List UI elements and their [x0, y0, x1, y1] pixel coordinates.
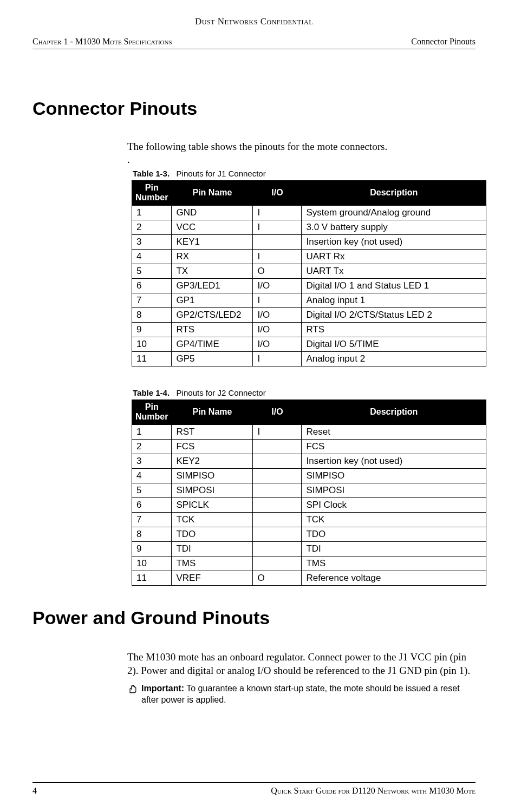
- cell-io: [253, 454, 302, 468]
- cell-num: 5: [132, 483, 172, 497]
- table-row: 1GNDISystem ground/Analog ground: [132, 205, 486, 220]
- table2-caption: Table 1-4. Pinouts for J2 Connector: [133, 388, 476, 397]
- th-description: Description: [302, 181, 486, 206]
- th-io: I/O: [253, 181, 302, 206]
- cell-name: FCS: [172, 439, 253, 454]
- th-description: Description: [302, 400, 486, 424]
- cell-io: I/O: [253, 278, 302, 293]
- cell-name: VREF: [172, 571, 253, 585]
- cell-num: 10: [132, 556, 172, 571]
- table-row: 5SIMPOSISIMPOSI: [132, 483, 486, 497]
- important-body: To guarantee a known start-up state, the…: [141, 684, 460, 704]
- table-row: 10TMSTMS: [132, 556, 486, 571]
- cell-name: KEY2: [172, 454, 253, 468]
- cell-desc: TDO: [302, 527, 486, 541]
- cell-name: TCK: [172, 512, 253, 527]
- cell-io: I: [253, 205, 302, 220]
- cell-num: 6: [132, 497, 172, 512]
- header-right: Connector Pinouts: [411, 37, 476, 47]
- cell-name: GND: [172, 205, 253, 220]
- confidential-banner: Dust Networks Confidential: [32, 16, 476, 27]
- table-row: 1RSTIReset: [132, 424, 486, 439]
- cell-name: GP5: [172, 351, 253, 366]
- cell-desc: Analog input 1: [302, 293, 486, 307]
- cell-name: TX: [172, 264, 253, 278]
- cell-desc: Digital I/O 1 and Status LED 1: [302, 278, 486, 293]
- cell-name: SPICLK: [172, 497, 253, 512]
- cell-num: 4: [132, 468, 172, 483]
- cell-io: [253, 468, 302, 483]
- table-row: 11VREFOReference voltage: [132, 571, 486, 585]
- cell-name: GP2/CTS/LED2: [172, 307, 253, 322]
- cell-io: [253, 234, 302, 249]
- table-row: 6SPICLKSPI Clock: [132, 497, 486, 512]
- important-text: Important: To guarantee a known start-up…: [141, 683, 476, 706]
- cell-desc: UART Tx: [302, 264, 486, 278]
- table1-caption: Table 1-3. Pinouts for J1 Connector: [133, 169, 476, 178]
- cell-num: 9: [132, 541, 172, 556]
- cell-desc: Reference voltage: [302, 571, 486, 585]
- cell-desc: SIMPISO: [302, 468, 486, 483]
- pinout-table-j1: Pin Number Pin Name I/O Description 1GND…: [132, 180, 486, 366]
- cell-name: VCC: [172, 220, 253, 234]
- cell-desc: Digital I/O 5/TIME: [302, 337, 486, 351]
- table1-caption-text: Pinouts for J1 Connector: [177, 169, 266, 178]
- intro-paragraph: The following table shows the pinouts fo…: [127, 141, 476, 153]
- cell-desc: FCS: [302, 439, 486, 454]
- cell-io: I: [253, 293, 302, 307]
- table2-label: Table 1-4.: [133, 388, 170, 397]
- cell-num: 7: [132, 293, 172, 307]
- cell-name: SIMPOSI: [172, 483, 253, 497]
- cell-desc: Analog input 2: [302, 351, 486, 366]
- cell-io: I/O: [253, 307, 302, 322]
- cell-io: O: [253, 264, 302, 278]
- cell-desc: System ground/Analog ground: [302, 205, 486, 220]
- cell-num: 7: [132, 512, 172, 527]
- dot: .: [127, 154, 476, 166]
- cell-desc: Digital I/O 2/CTS/Status LED 2: [302, 307, 486, 322]
- table-row: 8GP2/CTS/LED2I/ODigital I/O 2/CTS/Status…: [132, 307, 486, 322]
- important-label: Important:: [141, 684, 184, 693]
- table-row: 8TDOTDO: [132, 527, 486, 541]
- cell-desc: Insertion key (not used): [302, 454, 486, 468]
- header-left: Chapter 1 - M1030 Mote Specifications: [32, 37, 172, 47]
- th-pin-number: Pin Number: [132, 181, 172, 206]
- table1-label: Table 1-3.: [133, 169, 170, 178]
- cell-name: SIMPISO: [172, 468, 253, 483]
- cell-num: 6: [132, 278, 172, 293]
- cell-num: 3: [132, 454, 172, 468]
- cell-desc: 3.0 V battery supply: [302, 220, 486, 234]
- table-row: 7GP1IAnalog input 1: [132, 293, 486, 307]
- table-row: 2VCCI3.0 V battery supply: [132, 220, 486, 234]
- cell-num: 3: [132, 234, 172, 249]
- cell-desc: SPI Clock: [302, 497, 486, 512]
- th-pin-name: Pin Name: [172, 400, 253, 424]
- cell-io: I/O: [253, 337, 302, 351]
- table-row: 4SIMPISOSIMPISO: [132, 468, 486, 483]
- cell-desc: SIMPOSI: [302, 483, 486, 497]
- cell-name: GP1: [172, 293, 253, 307]
- cell-desc: Insertion key (not used): [302, 234, 486, 249]
- cell-io: I: [253, 351, 302, 366]
- cell-num: 5: [132, 264, 172, 278]
- table-row: 11GP5IAnalog input 2: [132, 351, 486, 366]
- cell-io: I: [253, 249, 302, 264]
- power-paragraph: The M1030 mote has an onboard regulator.…: [127, 650, 476, 678]
- cell-desc: TDI: [302, 541, 486, 556]
- cell-name: TDI: [172, 541, 253, 556]
- cell-io: I: [253, 424, 302, 439]
- th-pin-name: Pin Name: [172, 181, 253, 206]
- cell-io: [253, 483, 302, 497]
- table-row: 4RXIUART Rx: [132, 249, 486, 264]
- cell-io: [253, 497, 302, 512]
- table-row: 9TDITDI: [132, 541, 486, 556]
- table-row: 2FCSFCS: [132, 439, 486, 454]
- cell-io: [253, 556, 302, 571]
- cell-desc: TCK: [302, 512, 486, 527]
- cell-num: 4: [132, 249, 172, 264]
- cell-num: 2: [132, 220, 172, 234]
- cell-num: 8: [132, 527, 172, 541]
- page-number: 4: [32, 786, 37, 796]
- cell-desc: UART Rx: [302, 249, 486, 264]
- cell-io: [253, 512, 302, 527]
